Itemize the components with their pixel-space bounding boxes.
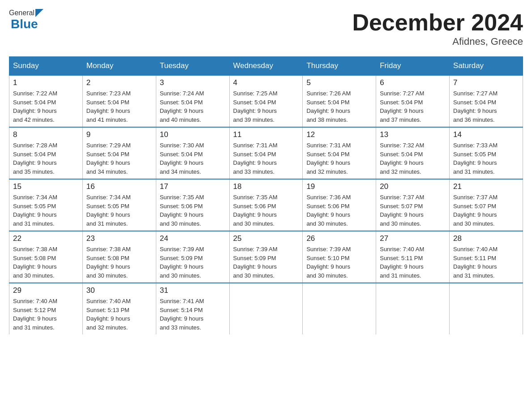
day-info: Sunrise: 7:23 AM Sunset: 5:04 PM Dayligh… — [86, 89, 152, 124]
calendar-header-thursday: Thursday — [303, 57, 376, 76]
calendar-header-friday: Friday — [376, 57, 450, 76]
day-number: 30 — [86, 286, 152, 295]
calendar-cell: 16 Sunrise: 7:34 AM Sunset: 5:05 PM Dayl… — [82, 179, 156, 231]
day-number: 21 — [453, 182, 519, 191]
calendar-cell: 27 Sunrise: 7:40 AM Sunset: 5:11 PM Dayl… — [376, 231, 450, 283]
day-number: 15 — [13, 182, 79, 191]
day-info: Sunrise: 7:27 AM Sunset: 5:04 PM Dayligh… — [380, 89, 446, 124]
calendar-cell: 12 Sunrise: 7:31 AM Sunset: 5:04 PM Dayl… — [303, 127, 376, 179]
day-number: 1 — [13, 78, 79, 87]
month-title: December 2024 — [352, 9, 523, 36]
day-number: 9 — [86, 130, 152, 139]
calendar-cell: 24 Sunrise: 7:39 AM Sunset: 5:09 PM Dayl… — [156, 231, 229, 283]
calendar-cell: 29 Sunrise: 7:40 AM Sunset: 5:12 PM Dayl… — [9, 283, 83, 334]
calendar-cell: 10 Sunrise: 7:30 AM Sunset: 5:04 PM Dayl… — [156, 127, 229, 179]
day-info: Sunrise: 7:24 AM Sunset: 5:04 PM Dayligh… — [160, 89, 226, 124]
calendar-cell: 22 Sunrise: 7:38 AM Sunset: 5:08 PM Dayl… — [9, 231, 83, 283]
calendar-cell: 1 Sunrise: 7:22 AM Sunset: 5:04 PM Dayli… — [9, 75, 83, 127]
day-number: 25 — [233, 234, 299, 243]
day-info: Sunrise: 7:38 AM Sunset: 5:08 PM Dayligh… — [86, 245, 152, 280]
calendar-cell: 15 Sunrise: 7:34 AM Sunset: 5:05 PM Dayl… — [9, 179, 83, 231]
svg-marker-0 — [35, 9, 43, 17]
calendar-cell: 5 Sunrise: 7:26 AM Sunset: 5:04 PM Dayli… — [303, 75, 376, 127]
calendar-cell: 19 Sunrise: 7:36 AM Sunset: 5:06 PM Dayl… — [303, 179, 376, 231]
day-info: Sunrise: 7:32 AM Sunset: 5:04 PM Dayligh… — [380, 141, 446, 176]
calendar-cell — [376, 283, 450, 334]
calendar-header-sunday: Sunday — [9, 57, 83, 76]
day-info: Sunrise: 7:38 AM Sunset: 5:08 PM Dayligh… — [13, 245, 79, 280]
calendar-cell: 7 Sunrise: 7:27 AM Sunset: 5:04 PM Dayli… — [450, 75, 523, 127]
day-info: Sunrise: 7:37 AM Sunset: 5:07 PM Dayligh… — [380, 193, 446, 228]
day-number: 23 — [86, 234, 152, 243]
calendar-cell: 25 Sunrise: 7:39 AM Sunset: 5:09 PM Dayl… — [229, 231, 303, 283]
day-number: 18 — [233, 182, 299, 191]
day-number: 19 — [306, 182, 372, 191]
day-info: Sunrise: 7:34 AM Sunset: 5:05 PM Dayligh… — [13, 193, 79, 228]
day-info: Sunrise: 7:26 AM Sunset: 5:04 PM Dayligh… — [306, 89, 372, 124]
day-number: 5 — [306, 78, 372, 87]
calendar-cell: 13 Sunrise: 7:32 AM Sunset: 5:04 PM Dayl… — [376, 127, 450, 179]
day-number: 22 — [13, 234, 79, 243]
calendar-cell — [450, 283, 523, 334]
calendar-header-saturday: Saturday — [450, 57, 523, 76]
calendar-week-row: 1 Sunrise: 7:22 AM Sunset: 5:04 PM Dayli… — [9, 75, 523, 127]
day-info: Sunrise: 7:27 AM Sunset: 5:04 PM Dayligh… — [453, 89, 519, 124]
day-info: Sunrise: 7:40 AM Sunset: 5:11 PM Dayligh… — [380, 245, 446, 280]
calendar-week-row: 8 Sunrise: 7:28 AM Sunset: 5:04 PM Dayli… — [9, 127, 523, 179]
calendar-cell: 2 Sunrise: 7:23 AM Sunset: 5:04 PM Dayli… — [82, 75, 156, 127]
day-info: Sunrise: 7:29 AM Sunset: 5:04 PM Dayligh… — [86, 141, 152, 176]
day-number: 20 — [380, 182, 446, 191]
day-info: Sunrise: 7:36 AM Sunset: 5:06 PM Dayligh… — [306, 193, 372, 228]
day-number: 14 — [453, 130, 519, 139]
calendar-cell: 17 Sunrise: 7:35 AM Sunset: 5:06 PM Dayl… — [156, 179, 229, 231]
day-number: 29 — [13, 286, 79, 295]
day-info: Sunrise: 7:39 AM Sunset: 5:10 PM Dayligh… — [306, 245, 372, 280]
calendar-header-row: SundayMondayTuesdayWednesdayThursdayFrid… — [9, 57, 523, 76]
day-info: Sunrise: 7:39 AM Sunset: 5:09 PM Dayligh… — [233, 245, 299, 280]
calendar-week-row: 15 Sunrise: 7:34 AM Sunset: 5:05 PM Dayl… — [9, 179, 523, 231]
day-number: 8 — [13, 130, 79, 139]
calendar-cell — [303, 283, 376, 334]
day-info: Sunrise: 7:30 AM Sunset: 5:04 PM Dayligh… — [160, 141, 226, 176]
calendar-cell: 18 Sunrise: 7:35 AM Sunset: 5:06 PM Dayl… — [229, 179, 303, 231]
day-info: Sunrise: 7:35 AM Sunset: 5:06 PM Dayligh… — [233, 193, 299, 228]
day-info: Sunrise: 7:31 AM Sunset: 5:04 PM Dayligh… — [306, 141, 372, 176]
calendar-cell: 8 Sunrise: 7:28 AM Sunset: 5:04 PM Dayli… — [9, 127, 83, 179]
day-info: Sunrise: 7:40 AM Sunset: 5:13 PM Dayligh… — [86, 297, 152, 332]
day-info: Sunrise: 7:31 AM Sunset: 5:04 PM Dayligh… — [233, 141, 299, 176]
calendar-cell: 9 Sunrise: 7:29 AM Sunset: 5:04 PM Dayli… — [82, 127, 156, 179]
day-info: Sunrise: 7:40 AM Sunset: 5:11 PM Dayligh… — [453, 245, 519, 280]
calendar-cell: 30 Sunrise: 7:40 AM Sunset: 5:13 PM Dayl… — [82, 283, 156, 334]
logo-general-text: General — [9, 9, 34, 17]
title-block: December 2024 Afidnes, Greece — [352, 9, 523, 47]
day-info: Sunrise: 7:28 AM Sunset: 5:04 PM Dayligh… — [13, 141, 79, 176]
location-subtitle: Afidnes, Greece — [352, 36, 523, 47]
day-info: Sunrise: 7:40 AM Sunset: 5:12 PM Dayligh… — [13, 297, 79, 332]
day-number: 3 — [160, 78, 226, 87]
calendar-body: 1 Sunrise: 7:22 AM Sunset: 5:04 PM Dayli… — [9, 75, 523, 334]
calendar-header-tuesday: Tuesday — [156, 57, 229, 76]
day-info: Sunrise: 7:34 AM Sunset: 5:05 PM Dayligh… — [86, 193, 152, 228]
calendar-cell: 21 Sunrise: 7:37 AM Sunset: 5:07 PM Dayl… — [450, 179, 523, 231]
calendar-header-monday: Monday — [82, 57, 156, 76]
day-info: Sunrise: 7:22 AM Sunset: 5:04 PM Dayligh… — [13, 89, 79, 124]
day-number: 13 — [380, 130, 446, 139]
day-number: 31 — [160, 286, 226, 295]
calendar-cell: 31 Sunrise: 7:41 AM Sunset: 5:14 PM Dayl… — [156, 283, 229, 334]
day-number: 17 — [160, 182, 226, 191]
calendar-cell: 23 Sunrise: 7:38 AM Sunset: 5:08 PM Dayl… — [82, 231, 156, 283]
day-info: Sunrise: 7:35 AM Sunset: 5:06 PM Dayligh… — [160, 193, 226, 228]
calendar-cell: 28 Sunrise: 7:40 AM Sunset: 5:11 PM Dayl… — [450, 231, 523, 283]
day-number: 4 — [233, 78, 299, 87]
calendar-cell: 4 Sunrise: 7:25 AM Sunset: 5:04 PM Dayli… — [229, 75, 303, 127]
calendar-week-row: 22 Sunrise: 7:38 AM Sunset: 5:08 PM Dayl… — [9, 231, 523, 283]
day-number: 6 — [380, 78, 446, 87]
calendar-table: SundayMondayTuesdayWednesdayThursdayFrid… — [9, 56, 523, 334]
day-number: 12 — [306, 130, 372, 139]
day-number: 7 — [453, 78, 519, 87]
day-number: 28 — [453, 234, 519, 243]
day-info: Sunrise: 7:25 AM Sunset: 5:04 PM Dayligh… — [233, 89, 299, 124]
calendar-cell: 14 Sunrise: 7:33 AM Sunset: 5:05 PM Dayl… — [450, 127, 523, 179]
calendar-cell: 26 Sunrise: 7:39 AM Sunset: 5:10 PM Dayl… — [303, 231, 376, 283]
day-number: 16 — [86, 182, 152, 191]
